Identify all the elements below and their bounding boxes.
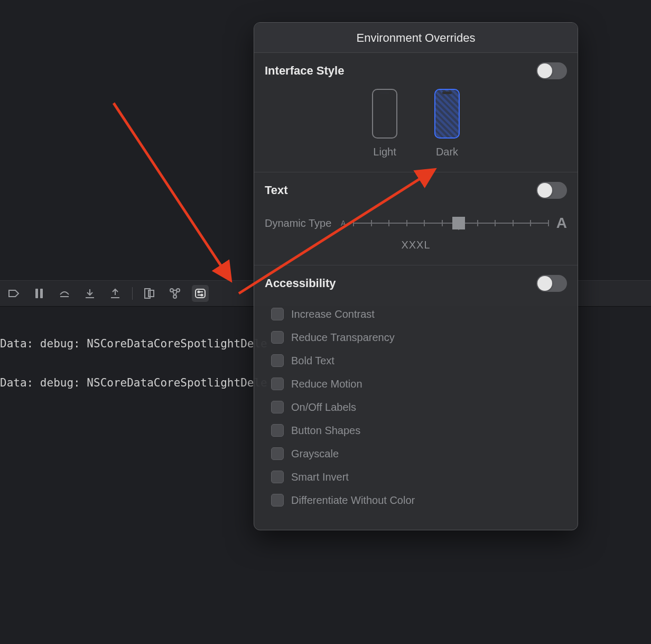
checkbox-icon[interactable] [271, 447, 284, 460]
text-section: Text Dynamic Type A A XXXL [254, 172, 578, 265]
checkbox-icon[interactable] [271, 494, 284, 507]
accessibility-option[interactable]: Increase Contrast [271, 302, 567, 326]
popover-title: Environment Overrides [254, 23, 578, 53]
check-label: Bold Text [291, 355, 334, 367]
light-label: Light [372, 146, 397, 158]
interface-style-option-light[interactable]: Light [372, 89, 397, 158]
checkbox-icon[interactable] [271, 308, 284, 320]
environment-overrides-icon[interactable] [192, 285, 209, 302]
check-label: Increase Contrast [291, 308, 375, 320]
accessibility-options: Increase Contrast Reduce Transparency Bo… [265, 302, 567, 512]
check-label: Reduce Transparency [291, 332, 395, 344]
step-out-icon[interactable] [107, 285, 124, 302]
slider-min-glyph: A [341, 219, 346, 227]
check-label: Grayscale [291, 448, 339, 460]
accessibility-option[interactable]: Button Shapes [271, 419, 567, 442]
accessibility-section: Accessibility Increase Contrast Reduce T… [254, 265, 578, 530]
memory-graph-icon[interactable] [166, 285, 183, 302]
phone-dark-icon [434, 89, 460, 139]
check-label: Differentiate Without Color [291, 494, 415, 507]
slider-max-glyph: A [556, 215, 567, 232]
accessibility-option[interactable]: Bold Text [271, 349, 567, 372]
accessibility-toggle[interactable] [536, 275, 567, 292]
svg-point-6 [173, 295, 176, 298]
svg-rect-7 [196, 289, 205, 298]
dynamic-type-value: XXXL [265, 239, 567, 251]
accessibility-option[interactable]: Reduce Motion [271, 372, 567, 395]
interface-style-toggle[interactable] [536, 62, 567, 79]
breakpoint-tag-icon[interactable] [5, 285, 22, 302]
checkbox-icon[interactable] [271, 424, 284, 437]
text-title: Text [265, 183, 288, 197]
svg-rect-1 [40, 289, 43, 298]
toolbar-divider [132, 287, 133, 300]
step-into-icon[interactable] [81, 285, 98, 302]
environment-overrides-popover: Environment Overrides Interface Style Li… [254, 22, 578, 530]
checkbox-icon[interactable] [271, 331, 284, 344]
svg-point-9 [201, 294, 202, 296]
check-label: Button Shapes [291, 425, 360, 437]
checkbox-icon[interactable] [271, 471, 284, 483]
checkbox-icon[interactable] [271, 401, 284, 413]
pause-icon[interactable] [31, 285, 48, 302]
accessibility-option[interactable]: Reduce Transparency [271, 326, 567, 349]
view-debugger-icon[interactable] [141, 285, 158, 302]
accessibility-option[interactable]: Differentiate Without Color [271, 489, 567, 512]
checkbox-icon[interactable] [271, 378, 284, 390]
accessibility-option[interactable]: On/Off Labels [271, 395, 567, 419]
svg-rect-0 [35, 289, 38, 298]
accessibility-title: Accessibility [265, 277, 336, 290]
dynamic-type-slider[interactable] [353, 213, 548, 234]
svg-rect-3 [148, 290, 154, 297]
dark-label: Dark [434, 146, 460, 158]
dynamic-type-label: Dynamic Type [265, 217, 333, 229]
checkbox-icon[interactable] [271, 354, 284, 367]
check-label: Reduce Motion [291, 378, 362, 390]
text-toggle[interactable] [536, 182, 567, 199]
accessibility-option[interactable]: Grayscale [271, 442, 567, 465]
step-over-icon[interactable] [56, 285, 73, 302]
interface-style-option-dark[interactable]: Dark [434, 89, 460, 158]
phone-light-icon [372, 89, 397, 139]
accessibility-option[interactable]: Smart Invert [271, 465, 567, 489]
check-label: On/Off Labels [291, 401, 356, 413]
interface-style-section: Interface Style Light Dark [254, 53, 578, 172]
check-label: Smart Invert [291, 471, 349, 483]
svg-point-8 [198, 291, 199, 292]
interface-style-title: Interface Style [265, 64, 344, 78]
